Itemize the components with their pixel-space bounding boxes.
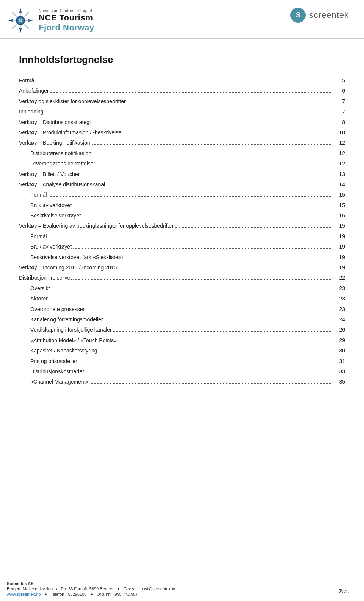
- toc-label: Verktøy – Analyse distribusjonskanal: [19, 180, 105, 189]
- toc-dots: [49, 196, 333, 197]
- toc-page: 15: [334, 190, 345, 199]
- toc-item: Beskrivelse verktøyet (ark «Sjekkliste»)…: [19, 253, 345, 261]
- toc-item: Overordnete prosesser23: [19, 305, 345, 313]
- toc-dots: [104, 321, 333, 321]
- toc-page: 19: [334, 232, 345, 241]
- footer-separator2: ●: [44, 592, 47, 596]
- toc-label: Distributørens notifikasjon: [19, 149, 91, 157]
- toc-page: 12: [334, 149, 345, 157]
- header: Norwegian Centres of Expertise NCE Touri…: [0, 0, 364, 39]
- footer-website[interactable]: www.screentek.no: [7, 592, 41, 596]
- toc-item: Bruk av verktøyet15: [19, 201, 345, 209]
- toc-item: Distribusjon i reiselivet22: [19, 274, 345, 282]
- toc-dots: [92, 144, 333, 145]
- page-current: 2: [339, 588, 342, 595]
- toc-page: 19: [334, 253, 345, 261]
- toc-label: Verktøy – Evaluering av bookingløsninger…: [19, 222, 174, 230]
- toc-label: Pris og prismodeller: [19, 357, 77, 365]
- footer-email-label: E-post:: [123, 587, 136, 591]
- toc-label: Formål: [19, 232, 47, 241]
- toc-label: «Attribution Model» / «Touch Points»: [19, 336, 117, 345]
- toc-item: «Attribution Model» / «Touch Points»29: [19, 336, 345, 345]
- toc-page: 15: [334, 222, 345, 230]
- toc-label: Anbefalinger: [19, 87, 49, 95]
- logo-nce-line: NCE Tourism: [39, 13, 98, 23]
- toc-page: 26: [334, 326, 345, 334]
- toc-item: Kapasitet / Kapasitetsstyring30: [19, 346, 345, 355]
- toc-item: Formål5: [19, 76, 345, 85]
- page-total: /73: [342, 589, 349, 595]
- toc-dots: [123, 134, 333, 134]
- footer-phone-label: Telefon: [51, 592, 64, 596]
- toc-dots: [175, 227, 333, 228]
- toc-dots: [79, 363, 333, 363]
- footer-phone: 55296100: [68, 592, 86, 596]
- footer-org: 995 772 957: [115, 592, 138, 596]
- toc-item: Leverandørens bekreftelse12: [19, 159, 345, 168]
- toc-page: 5: [334, 76, 345, 85]
- table-of-contents: Formål5Anbefalinger6Verktøy og sjekklist…: [19, 76, 345, 386]
- logo-fjord-line: Fjord Norway: [39, 23, 98, 33]
- toc-item: Formål15: [19, 190, 345, 199]
- toc-item: Pris og prismodeller31: [19, 357, 345, 365]
- toc-item: Formål19: [19, 232, 345, 241]
- toc-page: 22: [334, 274, 345, 282]
- toc-label: Distribusjon i reiselivet: [19, 274, 72, 282]
- footer-email: post@screentek.no: [140, 587, 176, 591]
- toc-item: Distributørens notifikasjon12: [19, 149, 345, 157]
- toc-dots: [90, 383, 333, 384]
- toc-label: Innledning: [19, 107, 44, 116]
- toc-dots: [81, 176, 333, 176]
- toc-item: Verktøy – Incoming 2013 / Incoming 20151…: [19, 263, 345, 272]
- toc-label: Kapasitet / Kapasitetsstyring: [19, 346, 97, 355]
- toc-item: Verktøy – Booking notifikasjon12: [19, 138, 345, 147]
- footer-address-line: Bergen: Møllendalsveien 1a, Pb. 33 Fanto…: [7, 587, 357, 591]
- toc-label: Verdiskapning i forskjellige kanaler: [19, 326, 112, 334]
- toc-dots: [49, 300, 333, 300]
- toc-page: 24: [334, 315, 345, 324]
- page-number: 2/73: [339, 588, 349, 595]
- toc-label: Bruk av verktøyet: [19, 242, 72, 251]
- toc-item: Beskrivelse verktøyet15: [19, 211, 345, 220]
- toc-page: 19: [334, 242, 345, 251]
- toc-page: 29: [334, 336, 345, 345]
- toc-dots: [73, 279, 333, 280]
- toc-page: 8: [334, 118, 345, 126]
- footer-separator: ●: [117, 587, 120, 591]
- toc-item: Aktører23: [19, 294, 345, 303]
- toc-dots: [124, 259, 333, 259]
- toc-item: Kanaler og forretningsmodeller24: [19, 315, 345, 324]
- toc-page: 7: [334, 107, 345, 116]
- toc-page: 6: [334, 87, 345, 95]
- toc-label: Beskrivelse verktøyet (ark «Sjekkliste»): [19, 253, 123, 261]
- toc-dots: [50, 92, 333, 93]
- toc-label: Oversikt: [19, 284, 50, 293]
- toc-dots: [113, 331, 333, 332]
- footer-org-label: Org. nr:: [97, 592, 111, 596]
- toc-dots: [118, 269, 333, 269]
- toc-label: Verktøy – Incoming 2013 / Incoming 2015: [19, 263, 117, 272]
- toc-label: Kanaler og forretningsmodeller: [19, 315, 103, 324]
- toc-dots: [95, 165, 333, 165]
- toc-item: Anbefalinger6: [19, 87, 345, 95]
- toc-label: Verktøy – Billett / Voucher: [19, 170, 80, 178]
- toc-item: Bruk av verktøyet19: [19, 242, 345, 251]
- toc-dots: [107, 186, 333, 186]
- toc-item: Innledning7: [19, 107, 345, 116]
- toc-item: Verktøy – Distribusjonsstrategi8: [19, 118, 345, 126]
- toc-page: 33: [334, 367, 345, 376]
- toc-item: Verktøy – Analyse distribusjonskanal14: [19, 180, 345, 189]
- toc-dots: [49, 238, 333, 238]
- toc-page: 15: [334, 211, 345, 220]
- toc-page: 23: [334, 284, 345, 293]
- toc-dots: [99, 352, 333, 352]
- nce-logo-icon: [7, 7, 34, 34]
- logo-right: S screentek: [290, 7, 349, 24]
- logo-left: Norwegian Centres of Expertise NCE Touri…: [7, 7, 98, 34]
- toc-item: Oversikt23: [19, 284, 345, 293]
- toc-dots: [73, 207, 333, 207]
- toc-dots: [37, 82, 333, 82]
- toc-page: 35: [334, 378, 345, 386]
- main-content: Innholdsfortegnelse Formål5Anbefalinger6…: [0, 42, 364, 426]
- logo-text: Norwegian Centres of Expertise NCE Touri…: [39, 9, 98, 33]
